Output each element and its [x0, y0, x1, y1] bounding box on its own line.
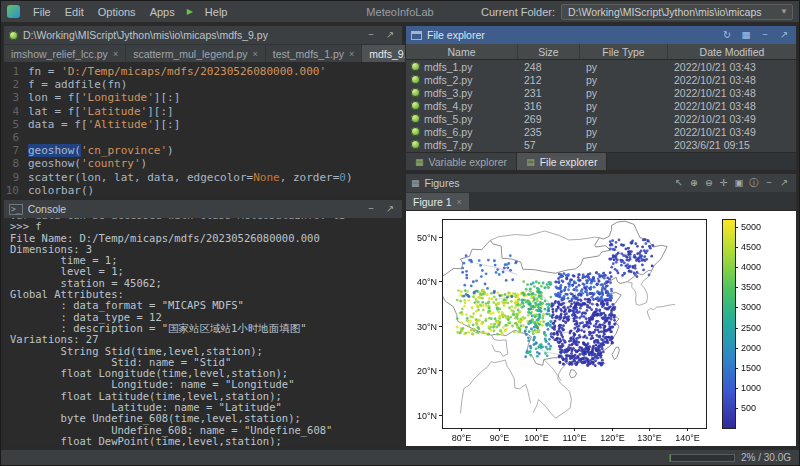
editor-header: D:\Working\MIScript\Jython\mis\io\micaps… [4, 26, 402, 44]
file-size: 316 [518, 100, 580, 112]
menu-edit[interactable]: Edit [58, 4, 91, 20]
tab-file-explorer[interactable]: ▤ File explorer [517, 153, 607, 170]
column-name[interactable]: Name [406, 44, 518, 59]
editor-file-path: D:\Working\MIScript\Jython\mis\io\micaps… [23, 29, 268, 41]
table-row[interactable]: mdfs_4.py316py2022/10/21 03:48 [406, 99, 796, 112]
code-text: geoshow('cn_province') [28, 144, 174, 157]
zoom-in-icon[interactable]: ⊕ [687, 176, 701, 190]
figure-tabbar: Figure 1 × [406, 192, 796, 211]
file-type: py [580, 74, 668, 86]
current-folder-label: Current Folder: [481, 6, 555, 18]
line-number: 5 [4, 118, 28, 131]
table-row[interactable]: mdfs_2.py212py2022/10/21 03:48 [406, 73, 796, 86]
tab-close-icon[interactable]: × [253, 49, 258, 59]
menu-help[interactable]: Help [198, 4, 235, 20]
line-number: 8 [4, 157, 28, 170]
menu-file[interactable]: File [26, 4, 58, 20]
app-title: MeteoInfoLab [366, 6, 433, 18]
info-icon[interactable]: ⓘ [747, 176, 761, 190]
figures-float-icon[interactable]: ↗ [777, 176, 791, 190]
tab-variable-explorer[interactable]: ▦ Variable explorer [406, 153, 517, 170]
menu-items: FileEditOptionsApps▶Help [26, 4, 234, 20]
editor-minimize-icon[interactable]: − [364, 28, 378, 42]
pan-icon[interactable]: ✛ [717, 176, 731, 190]
table-row[interactable]: mdfs_6.py235py2022/10/21 03:49 [406, 125, 796, 138]
main-area: D:\Working\MIScript\Jython\mis\io\micaps… [1, 23, 799, 449]
explorer-float-icon[interactable]: ↗ [777, 28, 791, 42]
column-size[interactable]: Size [518, 44, 580, 59]
file-size: 212 [518, 74, 580, 86]
zoom-out-icon[interactable]: ⊖ [702, 176, 716, 190]
right-column: File explorer ↻ ▦ − ↗ Name Size File Typ… [405, 25, 797, 447]
console-float-icon[interactable]: ↗ [383, 202, 397, 216]
memory-progress-bar[interactable] [669, 454, 735, 462]
table-row[interactable]: mdfs_1.py248py2022/10/21 03:43 [406, 60, 796, 73]
tab-close-icon[interactable]: × [349, 49, 354, 59]
console-line: float DewPoint(time,level,station); [10, 436, 396, 446]
console-output[interactable]: var data can be accessed with class Mete… [4, 218, 402, 446]
tab-close-icon[interactable]: × [457, 197, 462, 207]
refresh-icon[interactable]: ↻ [720, 28, 734, 42]
console-line: Variations: 27 [10, 334, 396, 345]
code-text: fn = 'D:/Temp/micaps/mdfs/20230526080000… [28, 65, 326, 78]
file-date: 2022/10/21 03:48 [668, 100, 796, 112]
code-line: 10colorbar() [4, 184, 402, 196]
column-date-modified[interactable]: Date Modified [668, 44, 796, 59]
file-date: 2022/10/21 03:49 [668, 126, 796, 138]
editor-tab[interactable]: scatterm_mul_legend.py× [126, 45, 265, 62]
code-editor[interactable]: 1fn = 'D:/Temp/micaps/mdfs/2023052608000… [4, 63, 402, 196]
code-text: colorbar() [28, 184, 94, 196]
file-name-cell: mdfs_2.py [406, 74, 518, 86]
figure-toolbar: ↖ ⊕ ⊖ ✛ ▣ ⓘ − ↗ [672, 176, 791, 190]
tab-label: scatterm_mul_legend.py [133, 48, 247, 60]
file-type: py [580, 113, 668, 125]
file-name-cell: mdfs_6.py [406, 126, 518, 138]
explorer-window-icon [411, 31, 422, 40]
code-text: lat = f['Latitude'][:] [28, 105, 174, 118]
file-name-cell: mdfs_4.py [406, 100, 518, 112]
menu-apps[interactable]: Apps [143, 4, 182, 20]
table-row[interactable]: mdfs_5.py269py2022/10/21 03:49 [406, 112, 796, 125]
figure-tab[interactable]: Figure 1 × [406, 193, 469, 210]
table-row[interactable]: mdfs_7.py57py2023/6/21 09:15 [406, 138, 796, 151]
python-file-icon [411, 140, 420, 149]
editor-tabbar: imshow_relief_lcc.py×scatterm_mul_legend… [4, 44, 402, 63]
python-file-icon [411, 75, 420, 84]
select-arrow-icon[interactable]: ↖ [672, 176, 686, 190]
console-header: >_ Console − ↗ [4, 200, 402, 218]
tab-label: Variable explorer [429, 156, 508, 168]
figures-minimize-icon[interactable]: − [762, 176, 776, 190]
tab-label: imshow_relief_lcc.py [11, 48, 108, 60]
code-line: 5data = f['Altitude'][:] [4, 118, 402, 131]
figure-canvas[interactable] [406, 211, 796, 446]
grid-icon[interactable]: ▦ [739, 28, 753, 42]
python-file-icon [411, 101, 420, 110]
current-folder-select[interactable]: D:\Working\MIScript\Jython\mis\io\micaps… [561, 4, 793, 20]
current-folder-group: Current Folder: D:\Working\MIScript\Jyth… [481, 4, 793, 20]
code-line: 6 [4, 131, 402, 144]
console-line: >>> f [10, 221, 396, 232]
left-column: D:\Working\MIScript\Jython\mis\io\micaps… [3, 25, 403, 447]
python-file-icon [411, 62, 420, 71]
file-size: 269 [518, 113, 580, 125]
status-bar: 2% / 30.0G [1, 449, 799, 465]
file-table-header[interactable]: Name Size File Type Date Modified [406, 44, 796, 60]
editor-tab[interactable]: imshow_relief_lcc.py× [4, 45, 125, 62]
line-number: 10 [4, 184, 28, 196]
console-minimize-icon[interactable]: − [364, 202, 378, 216]
column-file-type[interactable]: File Type [580, 44, 668, 59]
line-number: 2 [4, 78, 28, 91]
file-explorer-panel: File explorer ↻ ▦ − ↗ Name Size File Typ… [405, 25, 797, 171]
editor-float-icon[interactable]: ↗ [383, 28, 397, 42]
editor-tab[interactable]: test_mdfs_1.py× [266, 45, 361, 62]
table-row[interactable]: mdfs_3.py231py2022/10/21 03:48 [406, 86, 796, 99]
file-name: mdfs_5.py [424, 113, 472, 125]
file-date: 2022/10/21 03:43 [668, 61, 796, 73]
tab-close-icon[interactable]: × [113, 49, 118, 59]
run-icon[interactable]: ▶ [182, 7, 198, 16]
file-date: 2022/10/21 03:48 [668, 87, 796, 99]
menu-options[interactable]: Options [91, 4, 143, 20]
explorer-minimize-icon[interactable]: − [758, 28, 772, 42]
save-icon[interactable]: ▣ [732, 176, 746, 190]
file-type: py [580, 139, 668, 151]
